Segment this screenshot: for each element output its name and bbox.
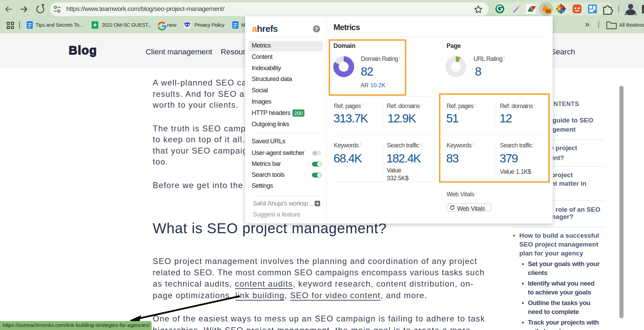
svg-text:82: 82 (546, 9, 551, 14)
